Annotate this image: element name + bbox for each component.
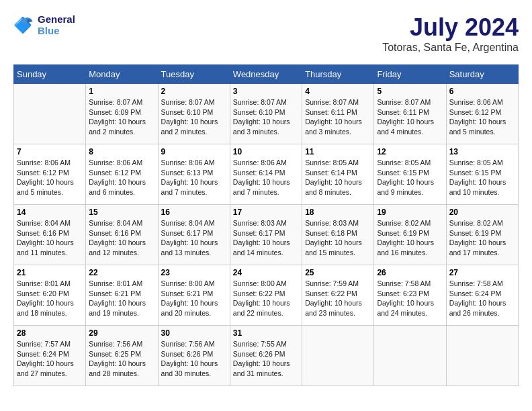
calendar-cell: 8Sunrise: 8:06 AMSunset: 6:12 PMDaylight… <box>86 144 158 205</box>
day-number: 26 <box>377 268 443 277</box>
calendar-table: SundayMondayTuesdayWednesdayThursdayFrid… <box>13 64 519 386</box>
week-row-3: 14Sunrise: 8:04 AMSunset: 6:16 PMDayligh… <box>14 205 519 265</box>
calendar-cell <box>302 326 374 386</box>
logo: 🔷 General Blue <box>13 13 75 36</box>
calendar-cell <box>14 84 86 144</box>
calendar-cell: 24Sunrise: 8:00 AMSunset: 6:22 PMDayligh… <box>230 265 302 326</box>
week-row-5: 28Sunrise: 7:57 AMSunset: 6:24 PMDayligh… <box>14 326 519 386</box>
day-number: 24 <box>233 268 299 277</box>
calendar-cell: 19Sunrise: 8:02 AMSunset: 6:19 PMDayligh… <box>374 205 446 265</box>
day-info: Sunrise: 8:06 AMSunset: 6:13 PMDaylight:… <box>161 158 227 197</box>
day-info: Sunrise: 8:06 AMSunset: 6:12 PMDaylight:… <box>89 158 154 197</box>
calendar-cell: 1Sunrise: 8:07 AMSunset: 6:09 PMDaylight… <box>86 84 158 144</box>
header-cell-thursday: Thursday <box>302 65 374 84</box>
day-info: Sunrise: 8:00 AMSunset: 6:22 PMDaylight:… <box>233 279 299 318</box>
day-info: Sunrise: 8:00 AMSunset: 6:21 PMDaylight:… <box>161 279 227 318</box>
calendar-body: 1Sunrise: 8:07 AMSunset: 6:09 PMDaylight… <box>14 84 519 386</box>
day-info: Sunrise: 8:07 AMSunset: 6:10 PMDaylight:… <box>161 97 227 137</box>
week-row-4: 21Sunrise: 8:01 AMSunset: 6:20 PMDayligh… <box>14 265 519 326</box>
logo-icon: 🔷 <box>13 14 35 36</box>
day-info: Sunrise: 7:57 AMSunset: 6:24 PMDaylight:… <box>17 339 83 379</box>
day-info: Sunrise: 7:58 AMSunset: 6:24 PMDaylight:… <box>449 279 515 318</box>
day-number: 11 <box>305 147 371 156</box>
day-info: Sunrise: 8:04 AMSunset: 6:16 PMDaylight:… <box>17 218 83 258</box>
day-info: Sunrise: 7:58 AMSunset: 6:23 PMDaylight:… <box>377 279 443 318</box>
day-number: 15 <box>89 208 154 217</box>
day-number: 12 <box>377 147 443 156</box>
calendar-cell: 3Sunrise: 8:07 AMSunset: 6:10 PMDaylight… <box>230 84 302 144</box>
subtitle: Totoras, Santa Fe, Argentina <box>382 42 519 54</box>
calendar-cell: 29Sunrise: 7:56 AMSunset: 6:25 PMDayligh… <box>86 326 158 386</box>
day-info: Sunrise: 8:05 AMSunset: 6:15 PMDaylight:… <box>449 158 515 197</box>
day-info: Sunrise: 8:07 AMSunset: 6:11 PMDaylight:… <box>305 97 371 137</box>
day-number: 27 <box>449 268 515 277</box>
day-number: 22 <box>89 268 154 277</box>
calendar-cell: 21Sunrise: 8:01 AMSunset: 6:20 PMDayligh… <box>14 265 86 326</box>
day-info: Sunrise: 8:02 AMSunset: 6:19 PMDaylight:… <box>377 218 443 258</box>
header-cell-saturday: Saturday <box>446 65 518 84</box>
calendar-cell: 27Sunrise: 7:58 AMSunset: 6:24 PMDayligh… <box>446 265 518 326</box>
day-number: 7 <box>17 147 83 156</box>
day-number: 23 <box>161 268 227 277</box>
header-cell-wednesday: Wednesday <box>230 65 302 84</box>
day-number: 6 <box>449 87 515 96</box>
day-number: 14 <box>17 208 83 217</box>
day-info: Sunrise: 7:59 AMSunset: 6:22 PMDaylight:… <box>305 279 371 318</box>
calendar-cell: 20Sunrise: 8:02 AMSunset: 6:19 PMDayligh… <box>446 205 518 265</box>
calendar-cell: 23Sunrise: 8:00 AMSunset: 6:21 PMDayligh… <box>158 265 230 326</box>
day-info: Sunrise: 8:01 AMSunset: 6:21 PMDaylight:… <box>89 279 154 318</box>
day-info: Sunrise: 8:01 AMSunset: 6:20 PMDaylight:… <box>17 279 83 318</box>
day-info: Sunrise: 8:04 AMSunset: 6:16 PMDaylight:… <box>89 218 154 258</box>
day-number: 30 <box>161 328 227 338</box>
day-info: Sunrise: 8:05 AMSunset: 6:15 PMDaylight:… <box>377 158 443 197</box>
day-number: 19 <box>377 208 443 217</box>
day-info: Sunrise: 7:56 AMSunset: 6:25 PMDaylight:… <box>89 339 154 379</box>
day-info: Sunrise: 8:03 AMSunset: 6:18 PMDaylight:… <box>305 218 371 258</box>
day-number: 8 <box>89 147 154 156</box>
calendar-cell: 25Sunrise: 7:59 AMSunset: 6:22 PMDayligh… <box>302 265 374 326</box>
calendar-cell <box>374 326 446 386</box>
day-info: Sunrise: 7:55 AMSunset: 6:26 PMDaylight:… <box>233 339 299 379</box>
day-number: 1 <box>89 87 154 96</box>
calendar-cell: 22Sunrise: 8:01 AMSunset: 6:21 PMDayligh… <box>86 265 158 326</box>
day-number: 29 <box>89 328 154 338</box>
calendar-cell: 9Sunrise: 8:06 AMSunset: 6:13 PMDaylight… <box>158 144 230 205</box>
calendar-cell: 12Sunrise: 8:05 AMSunset: 6:15 PMDayligh… <box>374 144 446 205</box>
day-number: 18 <box>305 208 371 217</box>
week-row-2: 7Sunrise: 8:06 AMSunset: 6:12 PMDaylight… <box>14 144 519 205</box>
calendar-cell: 16Sunrise: 8:04 AMSunset: 6:17 PMDayligh… <box>158 205 230 265</box>
day-number: 21 <box>17 268 83 277</box>
header-cell-sunday: Sunday <box>14 65 86 84</box>
calendar-cell <box>446 326 518 386</box>
calendar-cell: 28Sunrise: 7:57 AMSunset: 6:24 PMDayligh… <box>14 326 86 386</box>
day-number: 5 <box>377 87 443 96</box>
day-number: 10 <box>233 147 299 156</box>
header-cell-tuesday: Tuesday <box>158 65 230 84</box>
day-number: 25 <box>305 268 371 277</box>
day-number: 28 <box>17 328 83 338</box>
day-info: Sunrise: 8:07 AMSunset: 6:10 PMDaylight:… <box>233 97 299 137</box>
title-block: July 2024 Totoras, Santa Fe, Argentina <box>382 13 519 54</box>
day-info: Sunrise: 8:06 AMSunset: 6:12 PMDaylight:… <box>17 158 83 197</box>
calendar-cell: 13Sunrise: 8:05 AMSunset: 6:15 PMDayligh… <box>446 144 518 205</box>
day-info: Sunrise: 8:05 AMSunset: 6:14 PMDaylight:… <box>305 158 371 197</box>
day-number: 9 <box>161 147 227 156</box>
day-info: Sunrise: 8:07 AMSunset: 6:11 PMDaylight:… <box>377 97 443 137</box>
calendar-cell: 17Sunrise: 8:03 AMSunset: 6:17 PMDayligh… <box>230 205 302 265</box>
day-info: Sunrise: 8:04 AMSunset: 6:17 PMDaylight:… <box>161 218 227 258</box>
calendar-cell: 5Sunrise: 8:07 AMSunset: 6:11 PMDaylight… <box>374 84 446 144</box>
calendar-cell: 4Sunrise: 8:07 AMSunset: 6:11 PMDaylight… <box>302 84 374 144</box>
calendar-cell: 30Sunrise: 7:56 AMSunset: 6:26 PMDayligh… <box>158 326 230 386</box>
day-info: Sunrise: 8:07 AMSunset: 6:09 PMDaylight:… <box>89 97 154 137</box>
day-info: Sunrise: 8:06 AMSunset: 6:12 PMDaylight:… <box>449 97 515 137</box>
calendar-cell: 7Sunrise: 8:06 AMSunset: 6:12 PMDaylight… <box>14 144 86 205</box>
header-row: SundayMondayTuesdayWednesdayThursdayFrid… <box>14 65 519 84</box>
calendar-header: SundayMondayTuesdayWednesdayThursdayFrid… <box>14 65 519 84</box>
logo-text: General Blue <box>38 13 75 36</box>
calendar-cell: 18Sunrise: 8:03 AMSunset: 6:18 PMDayligh… <box>302 205 374 265</box>
day-number: 3 <box>233 87 299 96</box>
header-cell-monday: Monday <box>86 65 158 84</box>
day-info: Sunrise: 8:02 AMSunset: 6:19 PMDaylight:… <box>449 218 515 258</box>
day-info: Sunrise: 7:56 AMSunset: 6:26 PMDaylight:… <box>161 339 227 379</box>
day-info: Sunrise: 8:06 AMSunset: 6:14 PMDaylight:… <box>233 158 299 197</box>
